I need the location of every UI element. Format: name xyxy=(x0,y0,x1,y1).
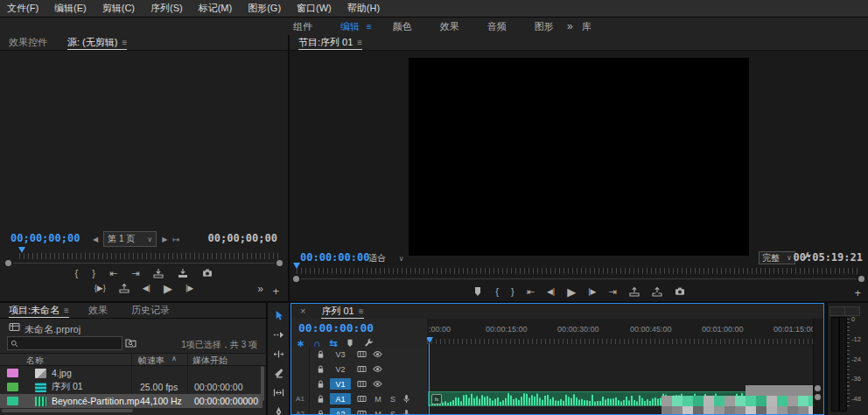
export-media-button[interactable] xyxy=(119,283,130,293)
workspace-tab[interactable]: 颜色 xyxy=(393,20,419,33)
mark-in-button[interactable]: { xyxy=(495,287,499,297)
panel-menu-icon[interactable]: ≡ xyxy=(122,38,127,47)
timeline-vertical-scrollbar[interactable] xyxy=(813,319,822,414)
panel-tab[interactable]: 项目:未命名 ≡ xyxy=(9,303,69,318)
panel-tab[interactable]: 历史记录 xyxy=(131,303,174,318)
selection-tool[interactable] xyxy=(273,310,284,321)
workspace-tab[interactable]: 编辑 ≡ xyxy=(340,20,372,33)
overwrite-button[interactable] xyxy=(178,268,188,278)
video-track-header[interactable]: V1 xyxy=(291,376,427,392)
track-target-button[interactable]: V3 xyxy=(330,348,351,360)
timeline-track-area[interactable]: :00:0000:00:15:0000:00:30:0000:00:45:000… xyxy=(427,319,813,414)
mute-button[interactable]: M xyxy=(374,410,382,415)
source-ruler[interactable] xyxy=(19,253,281,259)
label-color-chip[interactable] xyxy=(7,383,18,391)
playback-resolution-select[interactable]: 完整 ∨ xyxy=(759,251,795,264)
track-target-button[interactable]: A2 xyxy=(330,408,351,415)
panel-tab[interactable]: 效果控件 xyxy=(9,35,52,50)
panel-menu-icon[interactable]: ≡ xyxy=(357,38,362,47)
page-select[interactable]: 第 1 页 ∨ xyxy=(103,231,157,247)
close-panel-icon[interactable]: × xyxy=(300,306,305,316)
slip-tool[interactable] xyxy=(273,387,284,398)
program-playhead[interactable] xyxy=(293,263,300,272)
razor-tool[interactable] xyxy=(273,368,284,379)
track-target-button[interactable]: V1 xyxy=(330,378,351,390)
panel-menu-icon[interactable]: ≡ xyxy=(64,306,69,315)
mark-out-button[interactable]: } xyxy=(511,287,514,297)
audio-track-header[interactable]: A1 A1 M S xyxy=(291,391,427,407)
track-v2-lane[interactable] xyxy=(427,362,813,377)
workspace-tab[interactable]: 库 xyxy=(582,20,598,33)
mark-out-button[interactable]: } xyxy=(92,269,95,278)
track-target-button[interactable]: A1 xyxy=(330,393,351,404)
project-bin-name[interactable]: 未命名.prproj xyxy=(24,323,80,336)
menu-item[interactable]: 窗口(W) xyxy=(295,2,333,15)
track-lock-icon[interactable] xyxy=(316,379,326,389)
menu-item[interactable]: 图形(G) xyxy=(246,2,283,15)
track-lock-icon[interactable] xyxy=(316,409,326,415)
next-page-icon[interactable]: ▶ xyxy=(162,236,167,243)
track-output-icon[interactable] xyxy=(357,409,367,415)
program-tab[interactable]: 节目:序列 01 ≡ xyxy=(298,35,362,50)
add-button[interactable]: + xyxy=(272,285,279,297)
voiceover-mic-icon[interactable] xyxy=(402,409,411,415)
track-eye-icon[interactable] xyxy=(373,364,382,374)
audio-track-header[interactable]: A2 A2 M S xyxy=(291,406,427,415)
column-rate[interactable]: 帧速率 xyxy=(138,355,164,367)
extract-button[interactable] xyxy=(652,286,662,297)
program-zoom-scrollbar[interactable] xyxy=(293,275,864,282)
track-target-button[interactable]: V2 xyxy=(330,363,351,375)
panel-menu-icon[interactable]: ≡ xyxy=(359,306,364,316)
project-item-row[interactable]: 4.jpg xyxy=(0,366,262,380)
column-name[interactable]: 名称 xyxy=(26,355,44,367)
timeline-ruler[interactable]: :00:0000:00:15:0000:00:30:0000:00:45:000… xyxy=(427,319,813,345)
fit-icon[interactable]: ↦ xyxy=(172,235,179,244)
panel-tab[interactable]: 效果 xyxy=(88,303,112,318)
track-lock-icon[interactable] xyxy=(316,394,326,404)
item-name[interactable]: Beyoncé-Partition.mp3 xyxy=(52,396,140,406)
timeline-timecode[interactable]: 00:00:00:00 xyxy=(298,321,374,334)
program-video-viewport[interactable] xyxy=(409,58,749,256)
source-zoom-scrollbar[interactable] xyxy=(5,259,283,266)
track-eye-icon[interactable] xyxy=(373,349,382,359)
track-select-forward-tool[interactable] xyxy=(273,329,284,341)
project-item-row[interactable]: Beyoncé-Partition.mp3 44,100 Hz 00:00:00… xyxy=(0,394,262,408)
go-to-in-button[interactable]: ⇤ xyxy=(109,269,117,278)
source-playhead[interactable] xyxy=(18,247,25,257)
panel-tab[interactable]: 源: (无剪辑) ≡ xyxy=(67,35,127,50)
menu-item[interactable]: 序列(S) xyxy=(149,2,185,15)
step-forward-button[interactable]: |▶ xyxy=(588,288,596,296)
track-lock-icon[interactable] xyxy=(316,364,326,374)
pen-tool[interactable] xyxy=(273,406,284,415)
search-input[interactable] xyxy=(21,338,112,349)
solo-button[interactable]: S xyxy=(389,395,396,404)
zoom-level-select[interactable]: 适合 ∨ xyxy=(368,252,404,264)
track-output-icon[interactable] xyxy=(357,379,367,389)
prev-page-icon[interactable]: ◀ xyxy=(93,236,98,243)
add-button[interactable]: + xyxy=(854,287,861,299)
item-name[interactable]: 序列 01 xyxy=(52,381,140,393)
menu-item[interactable]: 标记(M) xyxy=(197,2,234,15)
project-item-row[interactable]: 序列 01 25.00 fps 00:00:00:00 xyxy=(0,380,262,394)
workspace-tab[interactable]: 效果 xyxy=(440,20,466,33)
fx-badge[interactable]: fx xyxy=(431,394,442,404)
program-ruler[interactable] xyxy=(297,268,861,274)
mute-button[interactable]: M xyxy=(374,395,382,404)
step-forward-button[interactable]: |▶ xyxy=(186,285,193,292)
export-frame-button[interactable] xyxy=(675,286,685,297)
track-output-icon[interactable] xyxy=(357,364,367,374)
horizontal-scrollbar[interactable] xyxy=(2,409,133,412)
export-frame-button[interactable] xyxy=(202,268,213,278)
button-overflow-icon[interactable]: » xyxy=(257,284,263,294)
vertical-scrollbar[interactable] xyxy=(261,366,264,401)
step-back-button[interactable]: ◀| xyxy=(547,288,555,296)
go-to-out-button[interactable]: ⇥ xyxy=(608,287,616,297)
track-v3-lane[interactable] xyxy=(427,347,813,362)
label-color-chip[interactable] xyxy=(7,369,18,377)
go-to-out-button[interactable]: ⇥ xyxy=(131,269,139,278)
source-current-timecode[interactable]: 00;00;00;00 xyxy=(10,232,80,244)
track-output-icon[interactable] xyxy=(357,349,367,359)
play-button[interactable]: ▶ xyxy=(164,283,172,294)
menu-item[interactable]: 剪辑(C) xyxy=(101,2,136,15)
workspace-tab[interactable]: 音频 xyxy=(487,20,514,33)
